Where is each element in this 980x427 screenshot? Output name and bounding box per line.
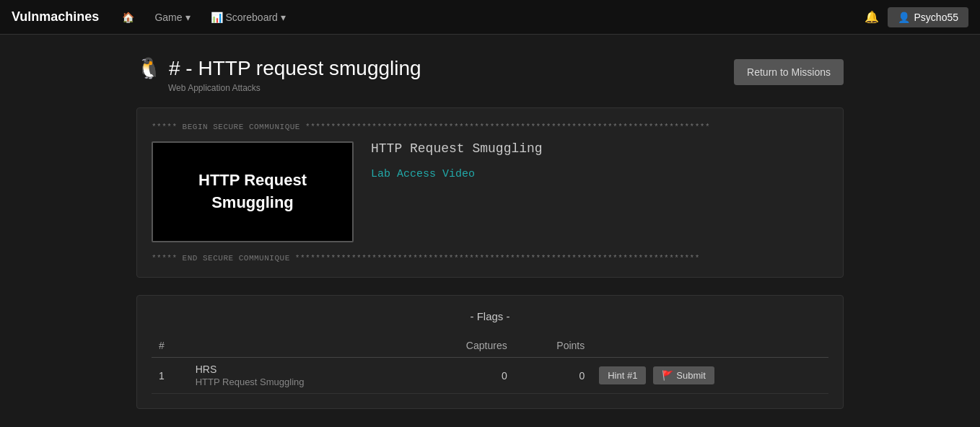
- title-group: 🐧 # - HTTP request smuggling Web Applica…: [136, 56, 421, 93]
- thumbnail-text: HTTP Request Smuggling: [198, 170, 307, 214]
- col-captures: Captures: [413, 334, 514, 358]
- flag-name: HRS: [196, 364, 406, 375]
- mission-inner: HTTP Request Smuggling HTTP Request Smug…: [152, 141, 828, 242]
- page-header: 🐧 # - HTTP request smuggling Web Applica…: [136, 56, 844, 93]
- notification-bell-icon[interactable]: 🔔: [865, 10, 879, 24]
- flag-description: HTTP Request Smuggling: [196, 375, 406, 387]
- table-row: 1 HRS HTTP Request Smuggling 0 0 Hint #1…: [152, 358, 828, 394]
- col-name: [188, 334, 414, 358]
- page-title: 🐧 # - HTTP request smuggling: [136, 56, 421, 80]
- lab-access-video-link[interactable]: Lab Access Video: [371, 168, 475, 180]
- return-to-missions-button[interactable]: Return to Missions: [734, 59, 844, 85]
- nav-scoreboard-label: Scoreboard: [226, 12, 278, 23]
- table-header-row: # Captures Points: [152, 334, 828, 358]
- nav-links: 🏠 Game ▾ 📊 Scoreboard ▾: [113, 7, 864, 27]
- user-menu-button[interactable]: 👤 Psycho55: [888, 7, 968, 27]
- flags-title: - Flags -: [152, 310, 828, 322]
- chevron-down-icon: ▾: [185, 12, 191, 23]
- flags-table: # Captures Points 1 HRS HTTP Request Smu…: [152, 334, 828, 394]
- col-num: #: [152, 334, 188, 358]
- mission-info: HTTP Request Smuggling Lab Access Video: [371, 141, 828, 180]
- scoreboard-icon: 📊: [211, 12, 223, 23]
- flag-points: 0: [515, 358, 592, 394]
- navbar: Vulnmachines 🏠 Game ▾ 📊 Scoreboard ▾ 🔔 👤…: [0, 0, 980, 35]
- page-title-text: # - HTTP request smuggling: [169, 57, 421, 80]
- username-label: Psycho55: [914, 12, 958, 23]
- brand-logo[interactable]: Vulnmachines: [12, 9, 99, 25]
- nav-game[interactable]: Game ▾: [146, 7, 198, 27]
- nav-home[interactable]: 🏠: [113, 7, 143, 27]
- main-content: 🐧 # - HTTP request smuggling Web Applica…: [93, 35, 887, 423]
- communique-footer: ***** END SECURE COMMUNIQUE ************…: [152, 254, 828, 263]
- flag-num: 1: [152, 358, 188, 394]
- submit-label: Submit: [676, 370, 705, 381]
- mission-thumbnail: HTTP Request Smuggling: [152, 141, 354, 242]
- chevron-down-icon-2: ▾: [281, 12, 286, 23]
- nav-scoreboard[interactable]: 📊 Scoreboard ▾: [202, 7, 294, 27]
- flag-info: HRS HTTP Request Smuggling: [188, 358, 414, 394]
- mission-card: ***** BEGIN SECURE COMMUNIQUE **********…: [136, 107, 844, 278]
- flag-actions: Hint #1 🚩 Submit: [592, 358, 828, 394]
- col-actions: [592, 334, 828, 358]
- col-points: Points: [515, 334, 592, 358]
- submit-button[interactable]: 🚩 Submit: [653, 366, 714, 384]
- flags-card: - Flags - # Captures Points 1 HRS HTTP R…: [136, 295, 844, 409]
- communique-header: ***** BEGIN SECURE COMMUNIQUE **********…: [152, 123, 828, 131]
- flag-captures: 0: [413, 358, 514, 394]
- page-subtitle: Web Application Attacks: [168, 83, 421, 93]
- user-icon: 👤: [898, 12, 910, 23]
- flag-submit-icon: 🚩: [662, 370, 673, 381]
- nav-game-label: Game: [154, 12, 182, 23]
- nav-right: 🔔 👤 Psycho55: [865, 7, 968, 27]
- linux-icon: 🐧: [136, 56, 162, 80]
- hint-button[interactable]: Hint #1: [599, 366, 646, 384]
- mission-title-text: HTTP Request Smuggling: [371, 141, 828, 156]
